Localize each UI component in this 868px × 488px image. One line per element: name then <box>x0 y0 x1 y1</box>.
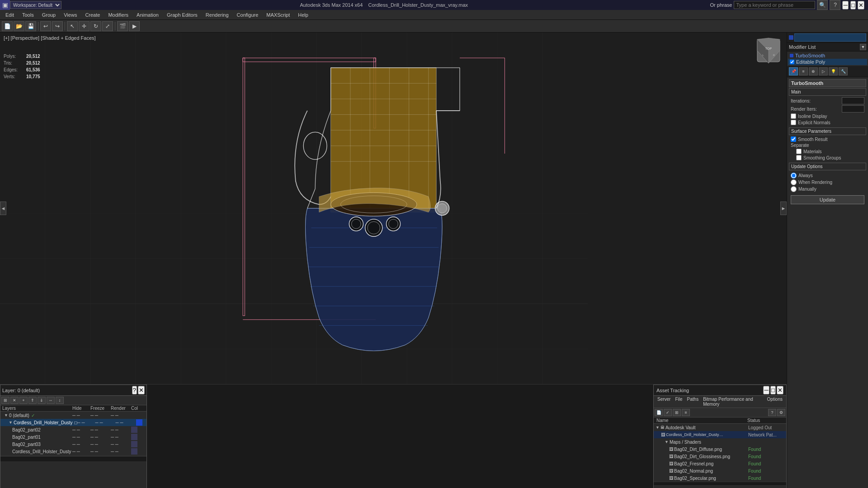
layer-btn-6[interactable]: ↔ <box>47 397 55 404</box>
layer-panel-close[interactable]: ✕ <box>138 386 145 394</box>
redo-btn[interactable]: ↪ <box>52 21 63 31</box>
asset-tb-btn-3[interactable]: ⊞ <box>673 409 681 416</box>
mod-item-editablepoly[interactable]: Editable Poly <box>788 59 867 65</box>
asset-row-6[interactable]: 🖼 Bag02_Normal.png Found <box>654 467 786 474</box>
layer-btn-7[interactable]: ↕ <box>56 397 64 404</box>
menu-tools[interactable]: Tools <box>19 11 38 19</box>
smooth-result-checkbox[interactable] <box>791 136 796 142</box>
asset-row-2[interactable]: ▼ Maps / Shaders <box>654 438 786 446</box>
asset-row-0[interactable]: ▼ 🏛 Autodesk Vault Logged Out <box>654 424 786 431</box>
app-title: Autodesk 3ds Max 2014 x64 Cordless_Drill… <box>61 2 707 8</box>
asset-tb-btn-4[interactable]: ≡ <box>682 409 690 416</box>
radio-always-input[interactable] <box>791 173 797 178</box>
update-button[interactable]: Update <box>791 195 864 204</box>
layer-btn-1[interactable]: ⊞ <box>1 397 9 404</box>
render-iters-input[interactable]: 2 <box>842 105 864 113</box>
layer-btn-5[interactable]: ⇓ <box>38 397 46 404</box>
panel-icon-pin[interactable]: 📌 <box>789 67 798 75</box>
radio-manually-input[interactable] <box>791 186 797 192</box>
layer-row-5[interactable]: Cordless_Drill_Holster_Dusty ─ ─ ─ ─ ─ ─ <box>0 448 146 455</box>
panel-icon-mod[interactable]: ≡ <box>799 67 808 75</box>
radio-when-rendering-input[interactable] <box>791 179 797 185</box>
asset-row-7[interactable]: 🖼 Bag02_Specular.png Found <box>654 474 786 482</box>
search-options-button[interactable]: ? <box>830 0 840 10</box>
menu-animation[interactable]: Animation <box>133 11 162 19</box>
viewport-arrow-left[interactable]: ◄ <box>0 202 6 215</box>
smoothing-groups-checkbox[interactable] <box>796 155 802 160</box>
asset-menu-server[interactable]: Server <box>656 396 672 407</box>
layer-row-2[interactable]: Bag02_part02 ─ ─ ─ ─ ─ ─ <box>0 426 146 433</box>
search-button[interactable]: 🔍 <box>817 0 828 10</box>
asset-panel-restore[interactable]: □ <box>770 386 776 394</box>
viewport-arrow-right[interactable]: ► <box>780 202 787 215</box>
undo-btn[interactable]: ↩ <box>40 21 51 31</box>
rotate-btn[interactable]: ↻ <box>90 21 101 31</box>
isoline-display-checkbox[interactable] <box>791 113 796 119</box>
asset-row-3[interactable]: 🖼 Bag02_Dirt_Diffuse.png Found <box>654 446 786 453</box>
viewport-area[interactable]: [+] [Perspective] [Shaded + Edged Faces]… <box>0 33 787 384</box>
asset-panel-close[interactable]: ✕ <box>777 386 783 394</box>
minimize-button[interactable]: ─ <box>842 1 848 9</box>
asset-menu-file[interactable]: File <box>673 396 684 407</box>
navigation-cube[interactable]: TOP L R <box>755 37 782 64</box>
menu-help[interactable]: Help <box>294 11 312 19</box>
menu-views[interactable]: Views <box>60 11 80 19</box>
move-btn[interactable]: ✛ <box>79 21 90 31</box>
viewport-stats: Polys: 20,512 Tris: 20,512 Edges: 61,536… <box>4 53 40 80</box>
asset-row-4[interactable]: 🖼 Bag02_Dirt_Glossiness.png Found <box>654 453 786 460</box>
open-btn[interactable]: 📂 <box>14 21 24 31</box>
modifier-stack: TurboSmooth Editable Poly <box>787 52 868 66</box>
layer-row-1[interactable]: ▼ Cordless_Drill_Holster_Dusty □ ─ ─ ─ ─… <box>0 419 146 426</box>
panel-icon-motion[interactable]: ▷ <box>819 67 828 75</box>
iterations-input[interactable]: 0 <box>842 97 864 104</box>
layer-row-0[interactable]: ▼ 0 (default) ✓ ─ ─ ─ ─ ─ ─ <box>0 412 146 419</box>
menu-rendering[interactable]: Rendering <box>202 11 232 19</box>
menu-edit[interactable]: Edit <box>2 11 18 19</box>
panel-icon-display[interactable]: 💡 <box>829 67 838 75</box>
layer-btn-4[interactable]: ⇑ <box>28 397 37 404</box>
asset-menu-paths[interactable]: Paths <box>685 396 701 407</box>
object-name-input[interactable]: Bag02_part02 <box>794 33 866 42</box>
select-btn[interactable]: ↖ <box>67 21 78 31</box>
asset-menu-bitmap[interactable]: Bitmap Performance and Memory <box>701 396 764 407</box>
modifier-dropdown-btn[interactable]: ▼ <box>860 44 866 50</box>
close-button[interactable]: ✕ <box>858 1 864 9</box>
asset-tb-btn-6[interactable]: ⚙ <box>777 409 785 416</box>
maximize-button[interactable]: □ <box>850 1 856 9</box>
materials-checkbox[interactable] <box>796 149 802 154</box>
asset-panel-minimize[interactable]: ─ <box>763 386 769 394</box>
asset-scrollbar-h[interactable] <box>654 482 786 485</box>
workspace-dropdown[interactable]: Workspace: Default <box>10 1 61 9</box>
panel-icon-hier[interactable]: ⊕ <box>809 67 818 75</box>
menu-graph-editors[interactable]: Graph Editors <box>163 11 201 19</box>
asset-tb-btn-1[interactable]: 📄 <box>655 409 663 416</box>
asset-tb-btn-5[interactable]: ? <box>768 409 776 416</box>
menu-maxscript[interactable]: MAXScript <box>263 11 293 19</box>
layer-panel-help[interactable]: ? <box>132 386 137 394</box>
mod-item-turbosmoothd[interactable]: TurboSmooth <box>788 52 867 59</box>
scale-btn[interactable]: ⤢ <box>102 21 113 31</box>
layer-btn-3[interactable]: + <box>19 397 28 404</box>
asset-tb-btn-2[interactable]: ✓ <box>664 409 672 416</box>
render-frame-btn[interactable]: ▶ <box>129 21 140 31</box>
search-input[interactable] <box>734 1 815 9</box>
asset-row-5[interactable]: 🖼 Bag02_Fresnel.png Found <box>654 460 786 467</box>
layer-scrollbar-h[interactable] <box>0 456 146 461</box>
asset-row-1[interactable]: 🖼 Cordless_Drill_Holster_Dusty_max_vray.… <box>654 431 786 438</box>
layer-row-4[interactable]: Bag02_part03 ─ ─ ─ ─ ─ ─ <box>0 441 146 448</box>
save-btn[interactable]: 💾 <box>25 21 36 31</box>
menu-create[interactable]: Create <box>81 11 104 19</box>
layer-btn-2[interactable]: ✕ <box>10 397 19 404</box>
menu-modifiers[interactable]: Modifiers <box>104 11 132 19</box>
update-options-radios: Always When Rendering Manually <box>789 171 866 193</box>
explicit-normals-checkbox[interactable] <box>791 120 796 125</box>
new-btn[interactable]: 📄 <box>2 21 13 31</box>
mod-checkbox-editablepoly[interactable] <box>790 60 794 64</box>
edges-label: Edges: <box>4 66 26 73</box>
layer-row-3[interactable]: Bag02_part01 ─ ─ ─ ─ ─ ─ <box>0 433 146 441</box>
panel-icon-util[interactable]: 🔧 <box>839 67 848 75</box>
asset-menu-options[interactable]: Options <box>765 396 784 407</box>
menu-configure[interactable]: Configure <box>233 11 262 19</box>
render-btn[interactable]: 🎬 <box>117 21 128 31</box>
menu-group[interactable]: Group <box>38 11 60 19</box>
